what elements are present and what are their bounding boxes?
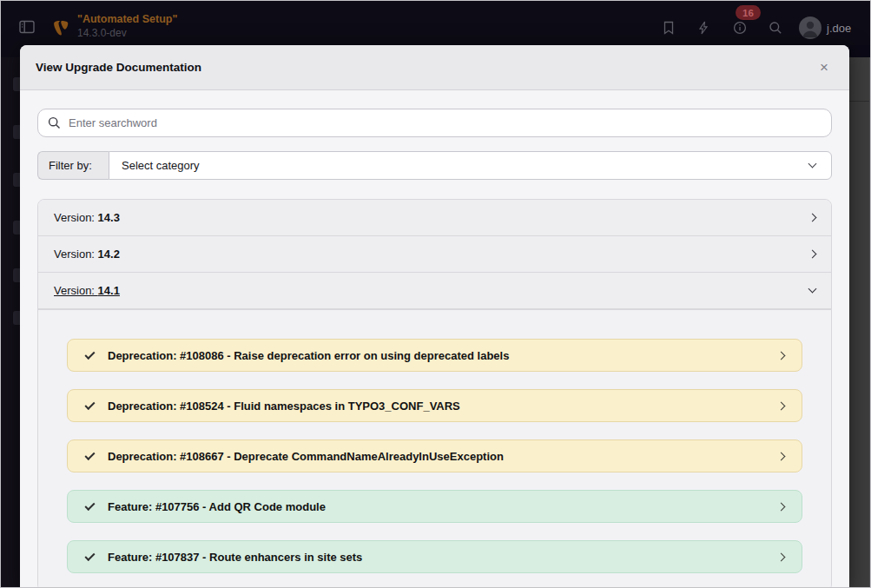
lightning-bolt-icon[interactable] [696, 21, 710, 35]
close-icon[interactable]: × [815, 56, 834, 78]
check-icon [84, 499, 95, 510]
doc-item-title: Feature: #107837 - Route enhancers in si… [108, 551, 362, 564]
chevron-right-icon [777, 502, 786, 511]
search-icon[interactable] [769, 21, 782, 35]
site-title-block: "Automated Setup" 14.3.0-dev [77, 13, 177, 40]
doc-item-feature[interactable]: Feature: #107837 - Route enhancers in si… [67, 540, 802, 573]
version-header-14-2[interactable]: Version: 14.2 [38, 236, 831, 273]
typo3-logo-icon[interactable] [49, 17, 70, 39]
chevron-right-icon [808, 250, 817, 259]
check-icon [84, 449, 95, 459]
filter-by-label: Filter by: [37, 151, 109, 180]
version-label: Version: 14.3 [54, 211, 120, 224]
topbar-remainder [849, 45, 871, 57]
doc-item-feature[interactable]: Feature: #107756 - Add QR Code module [67, 490, 802, 523]
version-accordion: Version: 14.3 Version: 14.2 Version: 14.… [37, 199, 832, 588]
module-menu-sliver [1, 57, 20, 588]
search-input[interactable] [37, 109, 832, 137]
modal-body: Filter by: Select category Version: 14.3… [20, 90, 849, 588]
doc-item-title: Deprecation: #108086 - Raise deprecation… [108, 349, 509, 362]
check-icon [84, 550, 95, 560]
version-header-14-1[interactable]: Version: 14.1 [38, 273, 831, 309]
chevron-right-icon [777, 401, 786, 410]
check-icon [84, 399, 95, 409]
chevron-right-icon [777, 452, 786, 460]
bookmark-icon[interactable] [662, 21, 676, 35]
doc-item-title: Deprecation: #108524 - Fluid namespaces … [108, 400, 460, 413]
modal-header: View Upgrade Documentation × [20, 45, 849, 90]
systeminfo-badge: 16 [736, 5, 761, 20]
chevron-right-icon [777, 552, 786, 561]
doc-item-title: Feature: #107756 - Add QR Code module [108, 500, 326, 513]
docheader-divider [849, 101, 871, 102]
category-select-value: Select category [122, 159, 200, 172]
typo3-version: 14.3.0-dev [77, 27, 177, 40]
modal-title: View Upgrade Documentation [36, 61, 201, 74]
chevron-right-icon [777, 351, 786, 360]
chevron-right-icon [808, 214, 817, 222]
dimmed-content-strip [849, 45, 871, 588]
version-label: Version: 14.2 [54, 248, 120, 261]
sidebar-toggle-icon[interactable] [19, 20, 35, 34]
site-title: "Automated Setup" [77, 13, 177, 27]
version-label: Version: 14.1 [54, 284, 120, 297]
chevron-down-icon [808, 285, 817, 294]
user-avatar[interactable] [799, 17, 822, 39]
doc-item-deprecation[interactable]: Deprecation: #108524 - Fluid namespaces … [67, 389, 802, 422]
doc-item-title: Deprecation: #108667 - Deprecate Command… [108, 450, 504, 463]
username-label[interactable]: j.doe [827, 22, 851, 35]
doc-item-deprecation[interactable]: Deprecation: #108667 - Deprecate Command… [67, 439, 802, 472]
doc-item-deprecation[interactable]: Deprecation: #108086 - Raise deprecation… [67, 339, 802, 372]
browser-viewport: "Automated Setup" 14.3.0-dev 16 [0, 0, 871, 588]
info-icon[interactable] [733, 21, 747, 35]
upgrade-documentation-modal: View Upgrade Documentation × Filter by: … [20, 45, 849, 588]
check-icon [84, 348, 95, 359]
chevron-down-icon [808, 160, 817, 168]
search-field-wrap [37, 109, 832, 137]
version-14-1-panel: Deprecation: #108086 - Raise deprecation… [38, 309, 831, 588]
version-header-14-3[interactable]: Version: 14.3 [38, 200, 831, 236]
category-select[interactable]: Select category [109, 151, 832, 180]
filter-group: Filter by: Select category [37, 151, 832, 180]
